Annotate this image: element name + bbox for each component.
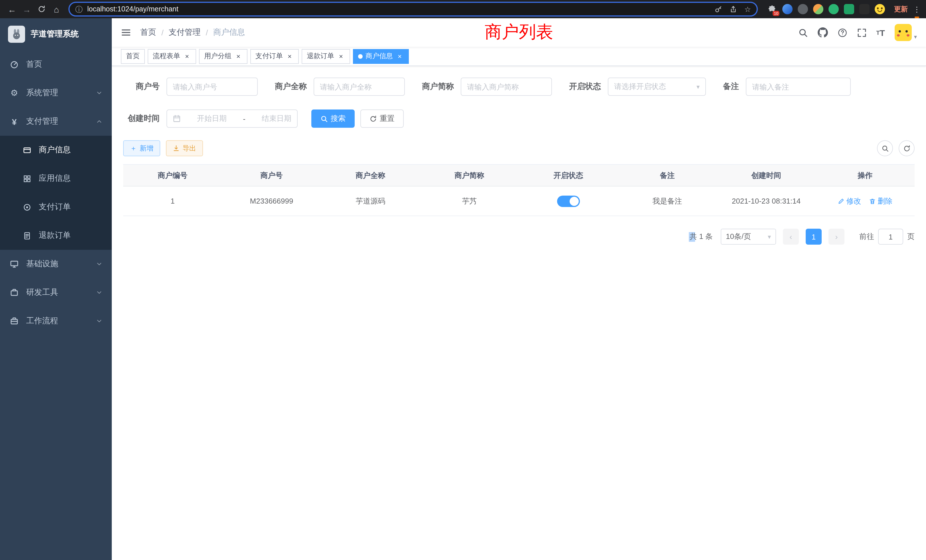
sidebar-item-label: 研发工具 xyxy=(26,288,58,298)
sidebar-item-refund-order[interactable]: 退款订单 xyxy=(0,221,112,250)
page-info-icon[interactable]: ⓘ xyxy=(75,5,83,13)
add-button[interactable]: ＋ 新增 xyxy=(123,140,160,156)
close-icon[interactable]: × xyxy=(337,52,345,60)
close-icon[interactable]: × xyxy=(396,52,404,60)
breadcrumb-payment[interactable]: 支付管理 xyxy=(169,27,201,38)
edit-link[interactable]: 修改 xyxy=(838,196,861,206)
filter-label: 商户全称 xyxy=(275,82,307,92)
chevron-down-icon: ▾ xyxy=(768,233,771,241)
next-page-button[interactable]: › xyxy=(829,229,844,245)
status-toggle[interactable] xyxy=(557,195,580,207)
filter-label: 备注 xyxy=(723,82,739,92)
cell-merchant-id: 1 xyxy=(123,186,222,216)
extension-green-circle-icon[interactable] xyxy=(829,4,839,14)
hamburger-icon[interactable] xyxy=(121,27,131,38)
close-icon[interactable]: × xyxy=(235,52,242,60)
browser-forward-button[interactable]: → xyxy=(20,2,34,17)
page-1-button[interactable]: 1 xyxy=(806,229,822,245)
export-button[interactable]: 导出 xyxy=(166,140,203,156)
sidebar-logo[interactable]: 芋道管理系统 xyxy=(0,18,112,50)
sidebar-item-pay-order[interactable]: 支付订单 xyxy=(0,193,112,221)
breadcrumb-separator: / xyxy=(161,28,163,37)
merchant-no-input[interactable] xyxy=(166,77,258,96)
filter-label: 开启状态 xyxy=(569,82,601,92)
full-name-field[interactable] xyxy=(320,82,399,91)
start-date-placeholder[interactable]: 开始日期 xyxy=(197,114,227,124)
extension-smiley-icon[interactable] xyxy=(875,4,885,14)
extension-avatar-icon[interactable] xyxy=(813,4,823,14)
tab-merchant-info[interactable]: 商户信息 × xyxy=(353,49,409,64)
status-select[interactable]: 请选择开启状态 ▾ xyxy=(608,77,706,96)
remark-field[interactable] xyxy=(752,82,844,91)
page-size-select[interactable]: 10条/页 ▾ xyxy=(721,229,776,245)
refresh-table-button[interactable] xyxy=(899,140,915,156)
close-icon[interactable]: × xyxy=(286,52,294,60)
browser-chrome: ← → ⌂ ⓘ localhost:1024/pay/merchant ☆ 10 xyxy=(0,0,926,18)
toggle-search-button[interactable] xyxy=(877,140,893,156)
browser-reload-button[interactable] xyxy=(34,2,49,17)
help-icon[interactable] xyxy=(837,28,847,37)
bookmark-star-icon[interactable]: ☆ xyxy=(744,5,751,13)
user-menu[interactable]: ▾ xyxy=(895,24,917,41)
sidebar-item-merchant-info[interactable]: 商户信息 xyxy=(0,136,112,164)
short-name-field[interactable] xyxy=(467,82,546,91)
sidebar-item-infrastructure[interactable]: 基础设施 xyxy=(0,250,112,278)
browser-update-button[interactable]: 更新 xyxy=(894,4,908,14)
short-name-input[interactable] xyxy=(461,77,552,96)
refresh-icon xyxy=(903,145,910,152)
tab-process-form[interactable]: 流程表单 × xyxy=(148,49,196,64)
search-button[interactable]: 搜索 xyxy=(311,109,355,128)
sidebar-item-app-info[interactable]: 应用信息 xyxy=(0,164,112,193)
pagination-total: 共 1 条 xyxy=(688,232,713,242)
tab-home[interactable]: 首页 xyxy=(121,49,145,64)
toolbox-icon xyxy=(9,288,20,297)
share-icon[interactable] xyxy=(729,5,738,13)
tab-label: 退款订单 xyxy=(307,51,334,61)
github-icon[interactable] xyxy=(817,27,828,38)
remark-input[interactable] xyxy=(746,77,851,96)
full-name-input[interactable] xyxy=(313,77,405,96)
sidebar-item-system[interactable]: ⚙ 系统管理 xyxy=(0,79,112,107)
browser-home-button[interactable]: ⌂ xyxy=(49,2,64,17)
url-text[interactable]: localhost:1024/pay/merchant xyxy=(87,5,710,13)
password-key-icon[interactable] xyxy=(715,5,723,13)
tab-pay-order[interactable]: 支付订单 × xyxy=(250,49,299,64)
sidebar-item-home[interactable]: 首页 xyxy=(0,50,112,79)
breadcrumb: 首页 / 支付管理 / 商户信息 xyxy=(140,27,245,38)
browser-back-button[interactable]: ← xyxy=(5,2,20,17)
merchant-no-field[interactable] xyxy=(173,82,251,91)
extension-gray-icon[interactable] xyxy=(798,4,808,14)
fullscreen-icon[interactable] xyxy=(857,28,866,37)
breadcrumb-home[interactable]: 首页 xyxy=(140,27,156,38)
sidebar-item-payment[interactable]: ¥ 支付管理 xyxy=(0,107,112,136)
chevron-up-icon xyxy=(96,118,103,125)
font-size-icon[interactable]: TT xyxy=(876,28,885,37)
delete-link[interactable]: 删除 xyxy=(869,196,893,206)
breadcrumb-current: 商户信息 xyxy=(213,27,245,38)
search-icon[interactable] xyxy=(798,28,808,37)
search-icon xyxy=(881,145,889,152)
sidebar-item-dev-tools[interactable]: 研发工具 xyxy=(0,278,112,307)
address-bar[interactable]: ⓘ localhost:1024/pay/merchant ☆ xyxy=(68,2,758,17)
goto-page-input[interactable] xyxy=(878,229,903,245)
cell-status xyxy=(519,186,618,216)
navbar-actions: TT ▾ xyxy=(798,24,917,41)
extensions-puzzle-icon[interactable]: 10 xyxy=(767,4,777,14)
tab-user-group[interactable]: 用户分组 × xyxy=(199,49,247,64)
date-range-picker[interactable]: 开始日期 - 结束日期 xyxy=(166,109,298,128)
end-date-placeholder[interactable]: 结束日期 xyxy=(262,114,291,124)
page-root: ← → ⌂ ⓘ localhost:1024/pay/merchant ☆ 10 xyxy=(0,0,926,560)
extension-green-doc-icon[interactable] xyxy=(844,4,854,14)
filter-label: 创建时间 xyxy=(123,114,160,124)
sidebar-item-workflow[interactable]: 工作流程 xyxy=(0,307,112,335)
cell-short-name: 芋艿 xyxy=(420,186,519,216)
reset-button[interactable]: 重置 xyxy=(360,109,404,128)
prev-page-button[interactable]: ‹ xyxy=(783,229,799,245)
close-icon[interactable]: × xyxy=(183,52,191,60)
dashboard-icon xyxy=(9,60,20,69)
tab-refund-order[interactable]: 退款订单 × xyxy=(302,49,350,64)
date-separator: - xyxy=(243,114,245,123)
extension-pin-icon[interactable] xyxy=(859,4,870,14)
browser-menu-icon[interactable]: ⋮ xyxy=(912,5,921,14)
extension-blue-icon[interactable] xyxy=(782,4,793,14)
